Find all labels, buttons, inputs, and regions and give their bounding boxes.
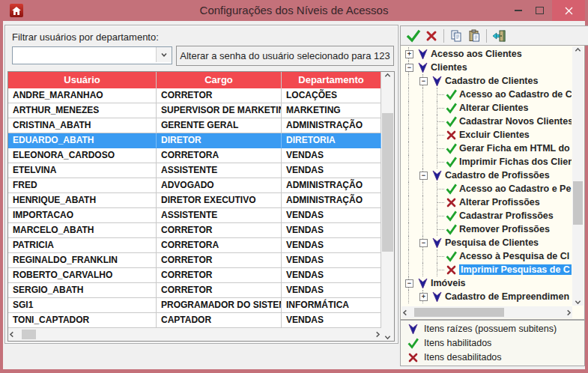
tree-item-label[interactable]: Remover Profissões <box>459 224 550 234</box>
tree-item-label[interactable]: Acesso ao Cadastro e Pe <box>459 184 571 194</box>
tree-item-label[interactable]: Excluir Clientes <box>459 130 530 140</box>
scroll-down-icon[interactable] <box>384 334 391 341</box>
scroll-left-icon[interactable] <box>401 309 408 316</box>
tree-item-label[interactable]: Pesquisa de Clientes <box>445 237 539 248</box>
tree-item[interactable]: Imprimir Fichas dos Clien <box>402 155 572 169</box>
table-row[interactable]: ROBERTO_CARVALHOCORRETORVENDAS <box>8 268 381 283</box>
legend-item: Itens raízes (possuem subitens) <box>401 322 584 336</box>
tree-item-label[interactable]: Clientes <box>431 62 467 73</box>
paste-button[interactable] <box>465 28 483 44</box>
tree-item[interactable]: −Imóveis <box>402 276 572 290</box>
tree-item-label[interactable]: Cadastro de Profissões <box>445 170 550 181</box>
table-row[interactable]: CRISTINA_ABATHGERENTE GERALADMINISTRAÇÃO <box>8 118 381 133</box>
tree-item[interactable]: +Acesso aos Clientes <box>402 47 572 61</box>
department-combobox[interactable] <box>12 46 172 64</box>
scroll-right-icon[interactable] <box>566 309 572 316</box>
collapse-icon[interactable]: − <box>405 64 413 72</box>
tree-item-label[interactable]: Imóveis <box>431 278 466 288</box>
column-header-1[interactable]: Cargo <box>157 72 282 88</box>
tree-item-label[interactable]: Acesso aos Clientes <box>431 49 522 59</box>
column-header-0[interactable]: Usuário <box>8 72 157 88</box>
column-header-2[interactable]: Departamento <box>282 72 381 88</box>
tree-guide <box>416 115 431 128</box>
confirm-button[interactable] <box>404 28 422 44</box>
minimize-button[interactable] <box>509 0 528 21</box>
table-row[interactable]: PATRICIACORRETORAVENDAS <box>8 238 381 253</box>
table-cell: CORRETOR <box>157 88 282 103</box>
tree-item-label[interactable]: Cadastro de Empreendimen <box>445 291 569 302</box>
tree-item[interactable]: −Pesquisa de Clientes <box>402 236 572 249</box>
tree-item[interactable]: +Cadastro de Empreendimen <box>402 290 572 303</box>
tree-item-label[interactable]: Alterar Clientes <box>459 103 528 113</box>
collapse-icon[interactable]: − <box>419 172 428 180</box>
tree-item[interactable]: −Cadastro de Profissões <box>402 169 572 182</box>
change-password-button[interactable]: Alterar a senha do usuário selecionado p… <box>176 46 394 66</box>
maximize-button[interactable] <box>530 0 549 21</box>
collapse-icon[interactable]: − <box>419 77 428 85</box>
tree-item[interactable]: Gerar Ficha em HTML do <box>402 142 572 155</box>
tree-item[interactable]: Acesso à Pesquisa de Cl <box>402 249 572 263</box>
scrollbar-thumb[interactable] <box>573 181 583 225</box>
scroll-up-icon[interactable] <box>384 72 391 79</box>
table-row[interactable]: SGI1PROGRAMADOR DO SISTEMAINFORMÁTICA <box>8 298 381 313</box>
table-cell: SGI1 <box>8 298 157 313</box>
tree-item[interactable]: Excluir Clientes <box>402 128 572 142</box>
expand-icon[interactable]: + <box>419 293 428 301</box>
table-row[interactable]: ETELVINAASSISTENTEVENDAS <box>8 163 381 178</box>
table-cell: VENDAS <box>282 238 381 253</box>
scroll-up-icon[interactable] <box>575 46 581 53</box>
table-row[interactable]: ANDRE_MARANHAOCORRETORLOCAÇÕES <box>8 88 381 103</box>
tree-item-label[interactable]: Imprimir Pesquisas de C <box>459 264 572 275</box>
tree-item-label[interactable]: Imprimir Fichas dos Clien <box>459 157 572 167</box>
tree-item-label[interactable]: Gerar Ficha em HTML do <box>459 143 570 154</box>
users-table-vertical-scrollbar[interactable] <box>381 72 394 341</box>
tree-item-label[interactable]: Alterar Profissões <box>459 197 540 207</box>
table-row[interactable]: EDUARDO_ABATHDIRETORDIRETORIA <box>8 133 381 148</box>
collapse-icon[interactable]: − <box>405 279 413 288</box>
table-row[interactable]: TONI_CAPTADORCAPTADORVENDAS <box>8 313 381 328</box>
tree-item-label[interactable]: Cadastrar Profissões <box>459 210 554 221</box>
tree-item[interactable]: Alterar Clientes <box>402 101 572 115</box>
table-row[interactable]: ELEONORA_CARDOSOCORRETORAVENDAS <box>8 148 381 163</box>
tree-item-label[interactable]: Acesso à Pesquisa de Cl <box>459 251 569 261</box>
tree-item-label[interactable]: Cadastrar Novos Clientes <box>459 116 572 127</box>
table-row[interactable]: FREDADVOGADOADMINISTRAÇÃO <box>8 178 381 193</box>
collapse-icon[interactable]: − <box>419 239 428 247</box>
scroll-right-icon[interactable] <box>375 331 381 338</box>
scrollbar-thumb[interactable] <box>382 113 393 252</box>
scroll-left-icon[interactable] <box>8 331 15 338</box>
tree-item-label[interactable]: Acesso ao Cadastro de C <box>459 89 572 100</box>
tree-item[interactable]: −Clientes <box>402 61 572 74</box>
tree-item[interactable]: −Cadastro de Clientes <box>402 74 572 88</box>
users-table-horizontal-scrollbar[interactable] <box>8 328 381 341</box>
tree-horizontal-scrollbar[interactable] <box>401 306 572 318</box>
close-button[interactable] <box>552 0 585 21</box>
table-cell: ETELVINA <box>8 163 157 178</box>
table-cell: PATRICIA <box>8 238 157 253</box>
table-row[interactable]: REGINALDO_FRANKLINCORRETORVENDAS <box>8 253 381 268</box>
expander-slot: + <box>402 47 416 61</box>
expand-icon[interactable]: + <box>405 50 413 58</box>
tree-item-label[interactable]: Cadastro de Clientes <box>445 76 538 86</box>
tree-item[interactable]: Imprimir Pesquisas de C <box>402 263 572 276</box>
cancel-button[interactable] <box>422 28 440 44</box>
table-row[interactable]: SERGIO_ABATHCORRETORVENDAS <box>8 283 381 298</box>
table-row[interactable]: MARCELO_ABATHCORRETORVENDAS <box>8 223 381 238</box>
scroll-down-icon[interactable] <box>575 299 581 306</box>
exit-button[interactable] <box>490 28 508 44</box>
table-row[interactable]: IMPORTACAOASSISTENTEVENDAS <box>8 208 381 223</box>
tree-guide <box>416 263 431 276</box>
tree-item[interactable]: Acesso ao Cadastro de C <box>402 88 572 101</box>
tree-item[interactable]: Alterar Profissões <box>402 195 572 209</box>
tree-item[interactable]: Remover Profissões <box>402 222 572 236</box>
tree-item[interactable]: Cadastrar Novos Clientes <box>402 115 572 128</box>
combobox-dropdown-button[interactable] <box>156 47 172 62</box>
tree-item[interactable]: Acesso ao Cadastro e Pe <box>402 182 572 195</box>
table-row[interactable]: HENRIQUE_ABATHDIRETOR EXECUTIVOADMINISTR… <box>8 193 381 208</box>
tree-vertical-scrollbar[interactable] <box>572 46 584 306</box>
tree-item[interactable]: Cadastrar Profissões <box>402 209 572 222</box>
copy-button[interactable] <box>447 28 465 44</box>
table-row[interactable]: ARTHUR_MENEZESSUPERVISOR DE MARKETINGMAR… <box>8 103 381 118</box>
scrollbar-thumb[interactable] <box>22 330 36 339</box>
scrollbar-thumb[interactable] <box>414 308 504 317</box>
